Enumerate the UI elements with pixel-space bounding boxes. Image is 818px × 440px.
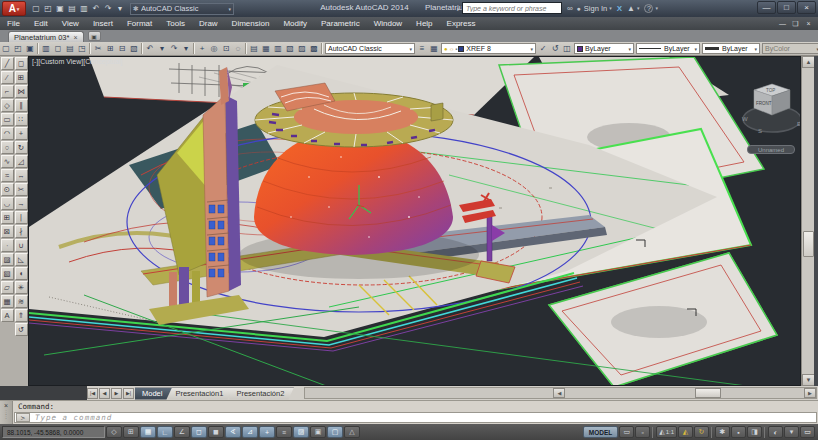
break-icon[interactable]: ∤	[15, 225, 28, 238]
menu-tools[interactable]: Tools	[159, 17, 192, 30]
compass-west-label[interactable]: W	[742, 116, 748, 122]
doc-minimize-button[interactable]: —	[776, 19, 789, 29]
gradient-icon[interactable]: ▧	[1, 267, 14, 280]
toolbar-lock-icon[interactable]: ▪	[731, 426, 746, 438]
revision-cloud-icon[interactable]: ∿	[1, 155, 14, 168]
properties-palette-icon[interactable]: ▤	[248, 42, 260, 55]
coordinates-readout[interactable]: 88.1015, -45.5868, 0.0000	[2, 426, 105, 438]
layout-tab-presentación2[interactable]: Presentación2	[229, 387, 294, 400]
last-tab-button[interactable]: ▶|	[123, 388, 134, 399]
open-file-icon[interactable]: ◰	[42, 2, 54, 15]
array-icon[interactable]: ∷	[15, 113, 28, 126]
clean-screen-button[interactable]: ▭	[800, 426, 815, 438]
close-icon[interactable]: ×	[73, 34, 77, 41]
erase-icon[interactable]: ◻	[15, 57, 28, 70]
layer-isolate-icon[interactable]: ◫	[561, 42, 573, 55]
doc-close-button[interactable]: ×	[802, 19, 815, 29]
polar-tracking-toggle[interactable]: ∠	[174, 426, 190, 438]
cut-icon[interactable]: ✂	[92, 42, 104, 55]
search-input[interactable]	[462, 2, 562, 14]
make-object-layer-current-icon[interactable]: ✓	[537, 42, 549, 55]
otrack-toggle[interactable]: ∢	[225, 426, 241, 438]
isolate-objects-icon[interactable]: ◐	[768, 426, 783, 438]
dynamic-ucs-toggle[interactable]: ⊿	[242, 426, 258, 438]
drawing-viewport[interactable]: [-][Custom View][Conceptual] W S E TOP F…	[28, 56, 801, 386]
annotation-visibility-icon[interactable]: ◭	[678, 426, 693, 438]
point-icon[interactable]: ∙	[1, 239, 14, 252]
region-icon[interactable]: ▱	[1, 281, 14, 294]
layer-dropdown[interactable]: ● ☼ ▪ XREF 8 ▾	[441, 43, 536, 54]
redo-list-icon[interactable]: ▾	[180, 42, 192, 55]
3d-move-icon[interactable]: ⇑	[15, 309, 28, 322]
menu-help[interactable]: Help	[409, 17, 439, 30]
file-tab-overflow-icon[interactable]: ▣	[88, 31, 101, 41]
smooth-object-icon[interactable]: ≋	[15, 295, 28, 308]
undo-icon[interactable]: ↶	[90, 2, 102, 15]
model-space-button[interactable]: MODEL	[583, 426, 618, 438]
menu-express[interactable]: Express	[440, 17, 483, 30]
construction-line-icon[interactable]: ⁄	[1, 71, 14, 84]
stretch-icon[interactable]: ↔	[15, 169, 28, 182]
markup-set-manager-icon[interactable]: ▨	[296, 42, 308, 55]
qat-workspace-dropdown[interactable]: ✱ AutoCAD Classic ▾	[130, 3, 234, 15]
a360-icon[interactable]: ▲	[627, 4, 635, 13]
exchange-apps-icon[interactable]: X	[617, 4, 622, 13]
batch-plot-icon[interactable]: ◳	[76, 42, 88, 55]
offset-icon[interactable]: ∥	[15, 99, 28, 112]
scale-icon[interactable]: ◿	[15, 155, 28, 168]
color-dropdown[interactable]: ByLayer ▾	[574, 43, 634, 54]
doc-restore-button[interactable]: ❏	[789, 19, 802, 29]
osnap-toggle[interactable]: ◻	[191, 426, 207, 438]
copy-clip-icon[interactable]: ⊞	[104, 42, 116, 55]
maximize-button[interactable]: □	[777, 1, 796, 14]
menu-format[interactable]: Format	[120, 17, 159, 30]
close-button[interactable]: ×	[797, 1, 816, 14]
tool-palettes-icon[interactable]: ▥	[272, 42, 284, 55]
insert-block-icon[interactable]: ⊞	[1, 211, 14, 224]
grid-toggle[interactable]: ▦	[140, 426, 156, 438]
infer-constraints-toggle[interactable]: ◇	[106, 426, 122, 438]
redo-icon[interactable]: ↷	[168, 42, 180, 55]
vertical-scrollbar[interactable]: ▲ ▼	[801, 56, 814, 386]
viewcube[interactable]: W S E TOP FRONT	[741, 79, 801, 141]
save-icon[interactable]: ▣	[54, 2, 66, 15]
designcenter-icon[interactable]: ▦	[260, 42, 272, 55]
linetype-dropdown[interactable]: ByLayer ▾	[636, 43, 700, 54]
sign-in-button[interactable]: ● Sign In	[577, 4, 608, 13]
multiline-text-icon[interactable]: A	[1, 309, 14, 322]
save-as-icon[interactable]: ▤	[66, 2, 78, 15]
menu-view[interactable]: View	[55, 17, 86, 30]
dynamic-input-toggle[interactable]: +	[259, 426, 275, 438]
transparency-toggle[interactable]: ▨	[293, 426, 309, 438]
plot-icon[interactable]: ▥	[78, 2, 90, 15]
menu-draw[interactable]: Draw	[192, 17, 225, 30]
layer-previous-icon[interactable]: ↺	[549, 42, 561, 55]
lineweight-dropdown[interactable]: ByLayer ▾	[702, 43, 760, 54]
arc-icon[interactable]: ◠	[1, 127, 14, 140]
new-file-icon[interactable]: ▢	[30, 2, 42, 15]
auto-annotation-scale-icon[interactable]: ↻	[694, 426, 709, 438]
copy-icon[interactable]: ⊞	[15, 71, 28, 84]
spline-icon[interactable]: ≈	[1, 169, 14, 182]
annotation-monitor-toggle[interactable]: △	[344, 426, 360, 438]
command-window-titlebar[interactable]: × ⋮ ⋮	[0, 401, 13, 425]
line-icon[interactable]: ╱	[1, 57, 14, 70]
menu-modify[interactable]: Modify	[276, 17, 314, 30]
menu-window[interactable]: Window	[367, 17, 409, 30]
menu-parametric[interactable]: Parametric	[314, 17, 367, 30]
join-icon[interactable]: ∪	[15, 239, 28, 252]
undo-list-icon[interactable]: ▾	[156, 42, 168, 55]
status-menu-arrow-icon[interactable]: ▾	[784, 426, 799, 438]
layer-properties-icon[interactable]: ≡	[416, 42, 428, 55]
move-icon[interactable]: +	[15, 127, 28, 140]
chevron-down-icon[interactable]: ▾	[637, 5, 640, 11]
binoculars-icon[interactable]: ∞	[567, 4, 573, 13]
first-tab-button[interactable]: |◀	[87, 388, 98, 399]
prev-tab-button[interactable]: ◀	[99, 388, 110, 399]
zoom-realtime-icon[interactable]: ◎	[208, 42, 220, 55]
trim-icon[interactable]: ✂	[15, 183, 28, 196]
workspace-switching-icon[interactable]: ✱	[715, 426, 730, 438]
viewport-controls[interactable]: [-][Custom View][Conceptual]	[32, 58, 123, 65]
application-menu-button[interactable]: A▾	[2, 1, 26, 16]
match-properties-icon[interactable]: ▧	[128, 42, 140, 55]
